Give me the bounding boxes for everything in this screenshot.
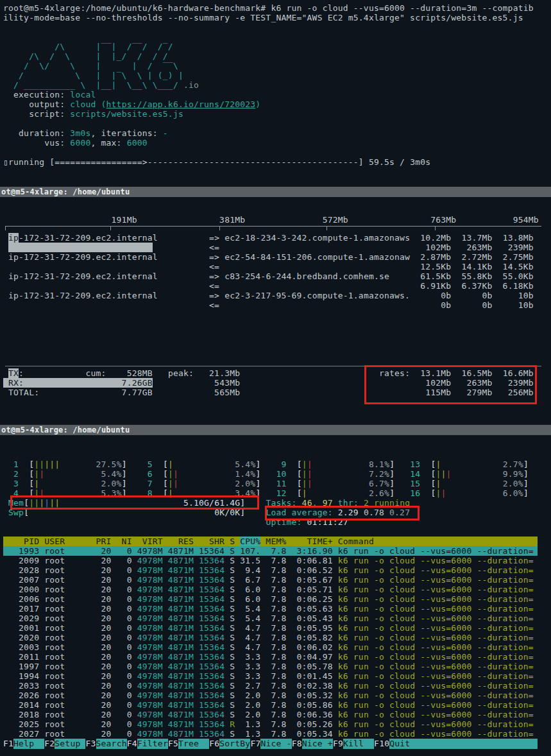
process-row[interactable]: 1994 root 20 0 4978M 4871M 15364 S 3.3 7… [3, 671, 551, 681]
rx-rates: 12.5Kb 14.1Kb 14.5Kb [410, 262, 534, 271]
process-command: k6 run -o cloud --vus=6000 --duration= [338, 614, 534, 623]
cpu-label: 2 [8, 469, 19, 479]
fkey-label-filter[interactable]: Filter [137, 739, 168, 749]
window-titlebar-htop[interactable]: ot@m5-4xlarge: /home/ubuntu [0, 425, 551, 435]
total-peak: 565Mb [153, 388, 240, 397]
process-command: k6 run -o cloud --vus=6000 --duration= [338, 729, 534, 739]
local-host: -172-31-72-209.ec2.internal [19, 233, 158, 243]
terminal-line: vus: 6000, max: 6000 [3, 138, 551, 148]
process-row[interactable]: 2014 root 20 0 4978M 4871M 15364 S 2.0 7… [3, 700, 551, 710]
process-row[interactable]: 2026 root 20 0 4978M 4871M 15364 S 2.0 7… [3, 691, 551, 700]
text [3, 469, 8, 479]
vus-value: 6000 [70, 138, 90, 148]
fkey-label-help[interactable]: Help [13, 739, 44, 749]
fkey-F4[interactable]: F4 [127, 739, 137, 749]
terminal-line: script: scripts/website.es5.js [3, 109, 551, 119]
fkey-F3[interactable]: F3 [85, 739, 96, 749]
scale-line [5, 226, 541, 227]
process-row[interactable]: 2020 root 20 0 4978M 4871M 15364 S 4.7 7… [3, 633, 551, 642]
bandwidth-scale-labels: 191Mb 381Mb 572Mb 763Mb 954Mb [3, 215, 539, 225]
text: ] [122, 479, 127, 488]
terminal-line: duration: 3m0s, iterations: - [3, 128, 551, 138]
text: S [230, 604, 240, 614]
direction-arrow: <= [209, 262, 225, 271]
process-row[interactable]: 1997 root 20 0 4978M 4871M 15364 S 3.3 7… [3, 662, 551, 671]
fkey-F1[interactable]: F1 [3, 739, 13, 749]
fkey-F7[interactable]: F7 [250, 739, 260, 749]
text: ] [523, 469, 529, 479]
fkey-label-search[interactable]: Search [96, 739, 127, 749]
text: 3.3 7.8 0:01.45 [240, 671, 338, 681]
process-row[interactable]: 2011 root 20 0 4978M 4871M 15364 S 3.3 7… [3, 652, 551, 662]
fkey-F2[interactable]: F2 [44, 739, 55, 749]
titlebar-text: ot@m5-4xlarge: /home/ubuntu [1, 187, 130, 196]
process-row-selected[interactable]: 1993 root 20 0 4978M 4871M 15364 S 107. … [3, 546, 538, 556]
process-command: k6 run -o cloud --vus=6000 --duration= [338, 642, 534, 652]
process-row[interactable]: 2003 root 20 0 4978M 4871M 15364 S 4.7 7… [3, 642, 551, 652]
text: 31.5 7.8 0:06.81 [240, 556, 338, 565]
fkey-label-nice-[interactable]: Nice + [302, 739, 333, 749]
fkey-label-sortby[interactable]: SortBy [219, 739, 250, 749]
cpu-label: 9 [276, 460, 287, 469]
process-row[interactable]: 2018 root 20 0 4978M 4871M 15364 S 2.0 7… [3, 710, 551, 719]
process-command: k6 run -o cloud --vus=6000 --duration= [338, 556, 534, 565]
process-row[interactable]: 2017 root 20 0 4978M 4871M 15364 S 5.4 7… [3, 604, 551, 614]
process-row[interactable]: 2028 root 20 0 4978M 4871M 15364 S 9.4 7… [3, 565, 551, 575]
fkey-label-kill[interactable]: Kill [343, 739, 374, 749]
k6-run-url[interactable]: https://app.k6.io/runs/720023 [106, 99, 256, 109]
iterations-value: - [163, 128, 168, 138]
text: 2.0 7.8 0:05.86 [240, 700, 338, 710]
tx-cum-peak: cum: 528MB peak: 21.3Mb [85, 368, 240, 378]
text: [ [420, 479, 436, 488]
process-row[interactable]: 2000 root 20 0 4978M 4871M 15364 S 6.0 7… [3, 585, 551, 594]
cpu-label: 1 [8, 460, 19, 469]
text: | [307, 479, 312, 488]
process-command: k6 run -o cloud --vus=6000 --duration= [338, 710, 534, 719]
text: 6.0 7.8 0:06.25 [240, 594, 338, 604]
text: : [19, 368, 85, 378]
fkey-F5[interactable]: F5 [168, 739, 178, 749]
text: 2033 root 20 0 [3, 681, 137, 691]
sort-column-cpu[interactable]: CPU% [240, 537, 260, 546]
terminal-line: / __________ \ |__| \__\ \___/ .io [3, 80, 551, 90]
text: 2027 root 20 0 [3, 729, 137, 739]
text [240, 368, 379, 378]
fkey-F6[interactable]: F6 [209, 739, 219, 749]
fkey-label-tree[interactable]: Tree [178, 739, 209, 749]
terminal-line: root@m5-4xlarge:/home/ubuntu/k6-hardware… [3, 3, 551, 13]
process-command: k6 run -o cloud --vus=6000 --duration= [338, 681, 534, 691]
text: [ [153, 469, 168, 479]
text: 6.7 7.8 0:05.67 [240, 575, 338, 585]
text: 4978M 4871M 15364 [137, 719, 230, 729]
fkey-F9[interactable]: F9 [333, 739, 343, 749]
fkey-label-quit[interactable]: Quit [389, 739, 538, 749]
terminal-line: 1 [||||| 27.5%] 5 [| 5.4%] 9 [|| 8.1%] 1… [3, 460, 551, 469]
terminal-line [3, 22, 551, 32]
process-row[interactable]: 2001 root 20 0 4978M 4871M 15364 S 4.7 7… [3, 623, 551, 633]
text: 4978M 4871M 15364 [137, 691, 230, 700]
text: 1994 root 20 0 [3, 671, 137, 681]
window-titlebar-iftop[interactable]: ot@m5-4xlarge: /home/ubuntu [0, 187, 551, 197]
process-row[interactable]: 2009 root 20 0 4978M 4871M 15364 S 31.5 … [3, 556, 551, 565]
fkey-F10[interactable]: F10 [374, 739, 389, 749]
text [260, 460, 276, 469]
process-row[interactable]: 2027 root 20 0 4978M 4871M 15364 S 1.3 7… [3, 729, 551, 739]
text: S [230, 556, 240, 565]
process-row[interactable]: 2025 root 20 0 4978M 4871M 15364 R 1.3 7… [3, 719, 551, 729]
process-row[interactable]: 2007 root 20 0 4978M 4871M 15364 S 6.7 7… [3, 575, 551, 585]
process-row[interactable]: 2006 root 20 0 4978M 4871M 15364 S 6.0 7… [3, 594, 551, 604]
k6-ascii-logo: /\ / \ | |_/ / / / [3, 51, 168, 61]
process-table-header[interactable]: PID USER PRI NI VIRT RES SHR S CPU% MEM%… [3, 537, 538, 546]
fkey-F8[interactable]: F8 [292, 739, 302, 749]
text: [ [153, 479, 168, 488]
cpu15-pct: 2.0% [441, 479, 523, 488]
process-row[interactable]: 2033 root 20 0 4978M 4871M 15364 S 2.7 7… [3, 681, 551, 691]
process-row[interactable]: 2029 root 20 0 4978M 4871M 15364 S 5.4 7… [3, 614, 551, 623]
text [394, 479, 410, 488]
text: S [230, 681, 240, 691]
fkey-label-setup[interactable]: Setup [55, 739, 85, 749]
tx-rates: 2.87Mb 2.72Mb 2.75Mb [410, 252, 534, 262]
text: 2028 root 20 0 [3, 565, 137, 575]
iftop-scale-ruler [3, 225, 551, 233]
fkey-label-nice-[interactable]: Nice - [260, 739, 291, 749]
